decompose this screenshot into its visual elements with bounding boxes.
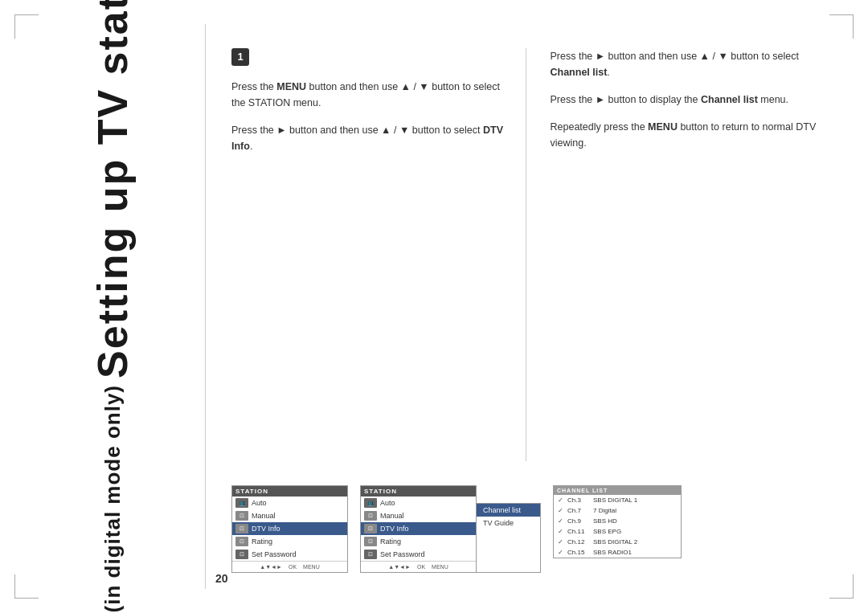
menu-footer-2: ▲▼◄► OK MENU — [361, 561, 476, 572]
instruction-5: Repeatedly press the MENU button to retu… — [551, 119, 829, 151]
title-container: Setting up TV stations DTV Info (in digi… — [92, 24, 133, 589]
tv-icon-2: 📺 — [364, 498, 377, 508]
channel-list-diagram: CHANNEL LIST ✓ Ch.3 SBS DIGITAL 1 ✓ Ch.7… — [553, 485, 682, 558]
menu-item-manual-1: ⊡ Manual — [232, 509, 347, 522]
menu-item-setpw-2: ⊡ Set Password — [361, 548, 476, 561]
channel-item-4: ✓ Ch.11 SBS EPG — [554, 526, 681, 537]
menu-item-auto-1: 📺 Auto — [232, 497, 347, 509]
channel-item-1: ✓ Ch.3 SBS DIGITAL 1 — [554, 495, 681, 505]
rating-icon-1: ⊡ — [235, 537, 248, 546]
step-badge: 1 — [231, 48, 249, 66]
main-title: Setting up TV stations — [92, 0, 133, 378]
setpw-icon-2: ⊡ — [364, 550, 377, 559]
tv-icon-1: 📺 — [235, 498, 248, 508]
popup-item-channellist: Channel list — [477, 504, 540, 517]
left-content: 1 Press the MENU button and then use ▲ /… — [231, 48, 526, 461]
diagrams-area: STATION 📺 Auto ⊡ Manual ⊡ DTV Info ⊡ Rat… — [215, 477, 844, 589]
right-panel: 1 Press the MENU button and then use ▲ /… — [215, 24, 844, 589]
menu-item-dtvinfo-1: ⊡ DTV Info — [232, 522, 347, 535]
popup-submenu: Channel list TV Guide — [477, 503, 541, 573]
menu-item-rating-2: ⊡ Rating — [361, 535, 476, 548]
right-content: Press the ► button and then use ▲ / ▼ bu… — [526, 48, 829, 461]
page-number: 20 — [215, 572, 228, 585]
channel-list-header: CHANNEL LIST — [554, 486, 681, 495]
channel-item-6: ✓ Ch.15 SBS RADIO1 — [554, 547, 681, 558]
channel-item-2: ✓ Ch.7 7 Digital — [554, 505, 681, 516]
station-menu-diagram-1: STATION 📺 Auto ⊡ Manual ⊡ DTV Info ⊡ Rat… — [231, 485, 348, 573]
popup-item-tvguide: TV Guide — [477, 517, 540, 529]
dtvinfo-icon-2: ⊡ — [364, 524, 377, 533]
station-menu-diagram-2-container: STATION 📺 Auto ⊡ Manual ⊡ DTV Info ⊡ Rat… — [360, 485, 541, 573]
setpw-icon-1: ⊡ — [235, 550, 248, 559]
menu-item-rating-1: ⊡ Rating — [232, 535, 347, 548]
channel-item-3: ✓ Ch.9 SBS HD — [554, 516, 681, 526]
menu-item-manual-2: ⊡ Manual — [361, 509, 476, 522]
instruction-3: Press the ► button and then use ▲ / ▼ bu… — [551, 48, 829, 80]
menu-item-dtvinfo-2: ⊡ DTV Info — [361, 522, 476, 535]
channel-item-5: ✓ Ch.12 SBS DIGITAL 2 — [554, 537, 681, 547]
rating-icon-2: ⊡ — [364, 537, 377, 546]
menu-footer-1: ▲▼◄► OK MENU — [232, 561, 347, 572]
dtvinfo-icon-1: ⊡ — [235, 524, 248, 533]
station-menu-diagram-2: STATION 📺 Auto ⊡ Manual ⊡ DTV Info ⊡ Rat… — [360, 485, 477, 573]
menu-item-setpw-1: ⊡ Set Password — [232, 548, 347, 561]
instruction-4: Press the ► button to display the Channe… — [551, 92, 829, 108]
instruction-1: Press the MENU button and then use ▲ / ▼… — [231, 79, 510, 111]
vertical-divider — [205, 24, 206, 589]
menu-item-auto-2: 📺 Auto — [361, 497, 476, 509]
content-area: 1 Press the MENU button and then use ▲ /… — [215, 24, 844, 477]
menu-header-2: STATION — [361, 486, 476, 497]
instruction-2: Press the ► button and then use ▲ / ▼ bu… — [231, 122, 510, 154]
menu-header-1: STATION — [232, 486, 347, 497]
manual-icon-2: ⊡ — [364, 511, 377, 521]
sub-title: DTV Info (in digital mode only) — [100, 385, 125, 613]
left-panel: Setting up TV stations DTV Info (in digi… — [24, 24, 201, 589]
manual-icon-1: ⊡ — [235, 511, 248, 521]
